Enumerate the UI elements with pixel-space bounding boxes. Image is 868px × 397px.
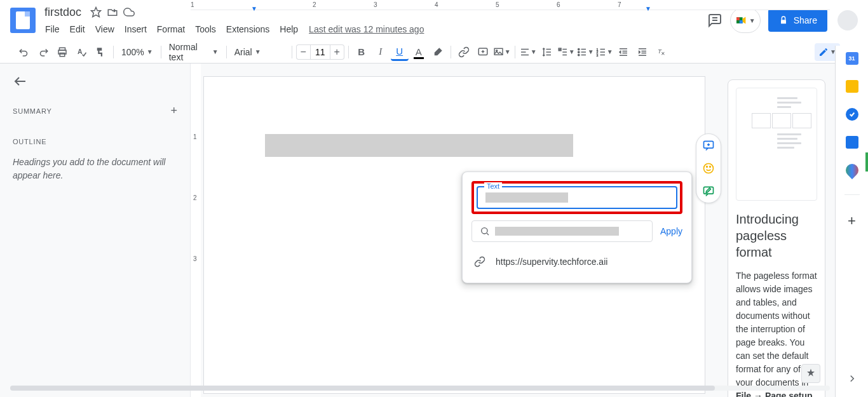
star-icon[interactable]: [90, 6, 102, 18]
font-size-increase[interactable]: +: [330, 44, 344, 60]
menu-format[interactable]: Format: [153, 22, 189, 37]
last-edit-link[interactable]: Last edit was 12 minutes ago: [309, 24, 424, 34]
checklist-button[interactable]: ▼: [557, 43, 575, 61]
menu-edit[interactable]: Edit: [65, 22, 90, 37]
maps-app-icon[interactable]: [843, 161, 860, 179]
link-text-label: Text: [484, 182, 502, 190]
text-color-button[interactable]: A: [410, 43, 428, 61]
bold-button[interactable]: B: [353, 43, 370, 61]
undo-button[interactable]: [15, 43, 33, 61]
comment-toolbar: [696, 133, 721, 203]
user-avatar[interactable]: [837, 10, 858, 30]
highlighted-region: Text: [471, 181, 682, 214]
svg-point-52: [707, 166, 708, 168]
highlight-button[interactable]: [429, 43, 447, 61]
explore-icon: [805, 368, 817, 379]
selected-text-block[interactable]: [265, 134, 573, 157]
summary-label: SUMMARY: [13, 107, 52, 115]
svg-point-53: [710, 166, 711, 168]
menu-view[interactable]: View: [91, 22, 119, 37]
suggest-edit-icon[interactable]: [702, 185, 715, 198]
line-spacing-button[interactable]: [538, 43, 556, 61]
menu-help[interactable]: Help: [275, 22, 302, 37]
underline-button[interactable]: U: [391, 43, 409, 61]
docs-logo[interactable]: [10, 8, 36, 33]
meet-button[interactable]: ▼: [730, 8, 761, 33]
link-suggestion-url: https://supervity.techforce.aii: [496, 257, 607, 267]
side-panel: +: [835, 46, 868, 397]
font-select[interactable]: Arial▼: [231, 43, 288, 61]
style-select[interactable]: Normal text▼: [165, 43, 222, 61]
keep-app-icon[interactable]: [846, 80, 858, 93]
svg-text:3: 3: [596, 53, 598, 57]
font-size-decrease[interactable]: −: [296, 44, 310, 60]
meet-icon: [735, 15, 748, 25]
bullet-list-button[interactable]: ▼: [576, 43, 594, 61]
horizontal-ruler[interactable]: 1 ▼ 2 3 4 5 6 7 ▼: [191, 0, 830, 10]
spellcheck-button[interactable]: A: [72, 43, 90, 61]
menu-bar: File Edit View Insert Format Tools Exten…: [41, 22, 707, 37]
header-right: ▼ Share: [707, 8, 863, 33]
calendar-app-icon[interactable]: [846, 52, 858, 65]
arrow-left-icon: [13, 74, 28, 89]
hide-side-panel-button[interactable]: [846, 373, 858, 384]
svg-text:✕: ✕: [661, 51, 665, 57]
contacts-app-icon[interactable]: [846, 136, 858, 149]
scrollbar-thumb[interactable]: [10, 386, 715, 391]
vertical-ruler[interactable]: 1 2 3: [191, 64, 201, 397]
move-icon[interactable]: [107, 6, 118, 18]
horizontal-scrollbar[interactable]: [10, 386, 830, 391]
right-indent-marker[interactable]: ▼: [645, 5, 651, 12]
svg-point-51: [704, 164, 714, 173]
svg-point-56: [850, 138, 854, 142]
left-indent-marker[interactable]: ▼: [251, 5, 257, 12]
outline-close-button[interactable]: [13, 74, 28, 89]
insert-link-button[interactable]: [455, 43, 473, 61]
outline-hint: Headings you add to the document will ap…: [13, 156, 177, 182]
explore-button[interactable]: [801, 364, 820, 383]
menu-extensions[interactable]: Extensions: [222, 22, 274, 37]
apply-link-button[interactable]: Apply: [660, 226, 682, 236]
cloud-status-icon[interactable]: [123, 6, 135, 18]
svg-text:A: A: [78, 48, 83, 55]
add-comment-icon[interactable]: [702, 139, 715, 152]
link-icon: [474, 256, 485, 267]
info-card-title: Introducing pageless format: [736, 211, 817, 260]
link-suggestion-item[interactable]: https://supervity.techforce.aii: [471, 250, 682, 274]
active-app-marker: [865, 152, 868, 172]
add-comment-button[interactable]: [474, 43, 492, 61]
indent-decrease-button[interactable]: [614, 43, 632, 61]
chevron-down-icon: ▼: [749, 17, 756, 24]
redo-button[interactable]: [34, 43, 52, 61]
add-addon-button[interactable]: +: [848, 213, 856, 229]
link-text-field[interactable]: Text: [477, 186, 677, 209]
share-button[interactable]: Share: [768, 9, 827, 32]
toolbar: A 100%▼ Normal text▼ Arial▼ − + B I U A …: [0, 41, 868, 64]
document-title[interactable]: firstdoc: [41, 4, 85, 20]
outline-panel: SUMMARY + OUTLINE Headings you add to th…: [0, 64, 191, 397]
menu-file[interactable]: File: [41, 22, 64, 37]
svg-rect-3: [781, 20, 786, 24]
indent-increase-button[interactable]: [634, 43, 651, 61]
comment-history-icon[interactable]: [707, 13, 722, 28]
tasks-app-icon[interactable]: [846, 108, 858, 121]
paint-format-button[interactable]: [92, 43, 109, 61]
svg-rect-54: [704, 187, 714, 194]
font-size-input[interactable]: [310, 44, 330, 60]
italic-button[interactable]: I: [372, 43, 390, 61]
insert-image-button[interactable]: ▼: [493, 43, 511, 61]
print-button[interactable]: [53, 43, 71, 61]
link-search-value: [495, 227, 619, 236]
svg-point-25: [578, 54, 579, 55]
clear-format-button[interactable]: T✕: [653, 43, 670, 61]
menu-insert[interactable]: Insert: [120, 22, 151, 37]
summary-add-button[interactable]: +: [170, 104, 177, 118]
zoom-select[interactable]: 100%▼: [118, 43, 157, 61]
numbered-list-button[interactable]: 123▼: [595, 43, 613, 61]
share-label: Share: [794, 15, 817, 25]
link-search-field[interactable]: [471, 220, 653, 242]
menu-tools[interactable]: Tools: [191, 22, 220, 37]
align-button[interactable]: ▼: [519, 43, 537, 61]
svg-marker-0: [92, 8, 101, 17]
emoji-reaction-icon[interactable]: [702, 162, 715, 175]
